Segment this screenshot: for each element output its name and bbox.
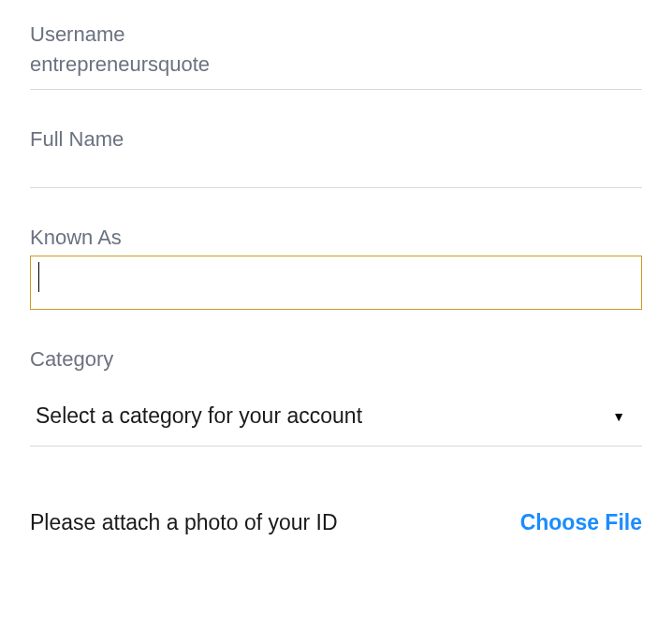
category-placeholder: Select a category for your account	[36, 403, 362, 429]
fullname-value[interactable]	[30, 157, 642, 188]
chevron-down-icon: ▼	[612, 409, 625, 424]
category-label: Category	[30, 347, 642, 372]
fullname-field: Full Name	[30, 127, 642, 188]
username-label: Username	[30, 22, 642, 47]
fullname-label: Full Name	[30, 127, 642, 152]
username-value[interactable]: entrepreneursquote	[30, 52, 642, 90]
knownas-input[interactable]	[30, 256, 642, 310]
category-select[interactable]: Select a category for your account ▼	[30, 394, 642, 446]
attach-prompt: Please attach a photo of your ID	[30, 510, 338, 535]
category-field: Category Select a category for your acco…	[30, 347, 642, 446]
username-field: Username entrepreneursquote	[30, 22, 642, 90]
knownas-field: Known As	[30, 226, 642, 310]
attach-row: Please attach a photo of your ID Choose …	[30, 510, 642, 535]
knownas-label: Known As	[30, 226, 642, 250]
choose-file-button[interactable]: Choose File	[520, 510, 642, 535]
text-cursor	[38, 262, 39, 292]
